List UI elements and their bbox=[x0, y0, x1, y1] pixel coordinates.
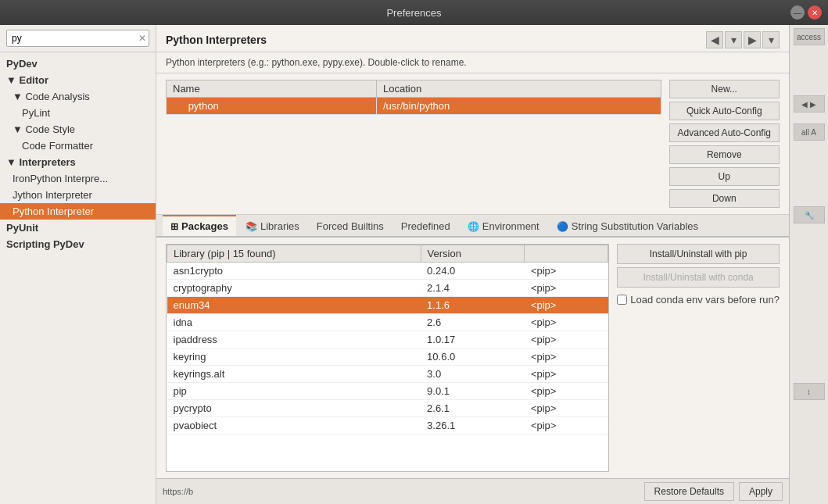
pkg-name: asn1crypto bbox=[167, 263, 421, 280]
table-row[interactable]: pycrypto 2.6.1 <pip> bbox=[167, 400, 608, 417]
conda-checkbox[interactable] bbox=[617, 295, 627, 305]
tab-string-substitution[interactable]: 🔵 String Substitution Variables bbox=[549, 215, 706, 236]
interp-col-location: Location bbox=[376, 80, 661, 98]
environment-icon: 🌐 bbox=[468, 221, 479, 232]
pkg-col-source bbox=[525, 245, 608, 263]
minimize-button[interactable]: — bbox=[790, 5, 805, 20]
pkg-version: 10.6.0 bbox=[421, 349, 525, 366]
overlay-btn-2[interactable]: ◀ ▶ bbox=[794, 95, 825, 113]
tab-environment[interactable]: 🌐 Environment bbox=[460, 215, 547, 236]
search-wrap: ✕ bbox=[6, 30, 149, 47]
search-clear-icon[interactable]: ✕ bbox=[138, 33, 146, 44]
sidebar-item-code-analysis[interactable]: ▼ Code Analysis bbox=[0, 88, 156, 105]
tab-predefined[interactable]: Predefined bbox=[393, 215, 458, 236]
pkg-source: <pip> bbox=[525, 297, 608, 314]
pkg-name: cryptography bbox=[167, 280, 421, 297]
sidebar-item-code-formatter[interactable]: Code Formatter bbox=[0, 138, 156, 154]
install-conda-button[interactable]: Install/Uninstall with conda bbox=[617, 267, 780, 288]
sidebar-item-jython[interactable]: Jython Interpreter bbox=[0, 187, 156, 203]
table-row[interactable]: idna 2.6 <pip> bbox=[167, 314, 608, 331]
pkg-col-name: Library (pip | 15 found) bbox=[167, 245, 421, 263]
sidebar-item-scripting[interactable]: Scripting PyDev bbox=[0, 236, 156, 252]
python-icon bbox=[173, 102, 182, 112]
pkg-name: pvaobiect bbox=[167, 417, 421, 434]
sidebar-item-ironpython[interactable]: IronPython Interpre... bbox=[0, 170, 156, 187]
forward-button[interactable]: ▶ bbox=[744, 31, 761, 48]
pkg-buttons: Install/Uninstall with pip Install/Unins… bbox=[617, 244, 780, 472]
sidebar-item-editor[interactable]: ▼ Editor bbox=[0, 72, 156, 88]
forward-dropdown-button[interactable]: ▾ bbox=[762, 31, 780, 48]
pkg-col-version: Version bbox=[421, 245, 525, 263]
tabs-bar: ⊞ Packages 📚 Libraries Forced Builtins P… bbox=[156, 215, 789, 238]
titlebar: Preferences — ✕ bbox=[0, 0, 828, 25]
interp-buttons: New... Quick Auto-Config Advanced Auto-C… bbox=[669, 80, 780, 208]
table-row[interactable]: pvaobiect 3.26.1 <pip> bbox=[167, 417, 608, 434]
sidebar-item-interpreters[interactable]: ▼ Interpreters bbox=[0, 154, 156, 170]
bottom-bar: https://b Restore Defaults Apply bbox=[156, 478, 789, 504]
tab-environment-label: Environment bbox=[482, 220, 539, 232]
pkg-table: Library (pip | 15 found) Version asn1cry… bbox=[167, 245, 608, 434]
interp-table-wrap: Name Location python /usr/bin/python bbox=[166, 80, 661, 208]
interp-col-name: Name bbox=[167, 80, 377, 98]
overlay-btn-3[interactable]: all A bbox=[794, 123, 825, 141]
table-row[interactable]: ipaddress 1.0.17 <pip> bbox=[167, 331, 608, 349]
up-button[interactable]: Up bbox=[669, 167, 780, 186]
pkg-name: pycrypto bbox=[167, 400, 421, 417]
pkg-name: enum34 bbox=[167, 297, 421, 314]
new-button[interactable]: New... bbox=[669, 80, 780, 98]
tab-packages-label: Packages bbox=[181, 220, 228, 232]
remove-button[interactable]: Remove bbox=[669, 145, 780, 164]
sidebar-item-pyunit[interactable]: PyUnit bbox=[0, 220, 156, 236]
table-row[interactable]: enum34 1.1.6 <pip> bbox=[167, 297, 608, 314]
quick-auto-config-button[interactable]: Quick Auto-Config bbox=[669, 102, 780, 120]
pkg-source: <pip> bbox=[525, 280, 608, 297]
bottom-url: https://b bbox=[163, 487, 640, 496]
conda-checkbox-label[interactable]: Load conda env vars before run? bbox=[617, 294, 780, 306]
pkg-version: 2.6 bbox=[421, 314, 525, 331]
apply-button[interactable]: Apply bbox=[739, 482, 783, 501]
pkg-source: <pip> bbox=[525, 263, 608, 280]
install-pip-button[interactable]: Install/Uninstall with pip bbox=[617, 244, 780, 264]
close-button[interactable]: ✕ bbox=[808, 5, 822, 20]
packages-icon: ⊞ bbox=[170, 221, 178, 232]
overlay-btn-4[interactable]: 🔧 bbox=[794, 206, 825, 223]
back-dropdown-button[interactable]: ▾ bbox=[725, 31, 742, 48]
overlay-btn-1[interactable]: access bbox=[794, 28, 825, 45]
tab-forced-builtins[interactable]: Forced Builtins bbox=[309, 215, 392, 236]
down-button[interactable]: Down bbox=[669, 189, 780, 208]
interp-location-cell: /usr/bin/python bbox=[376, 98, 661, 115]
table-row[interactable]: asn1crypto 0.24.0 <pip> bbox=[167, 263, 608, 280]
pkg-version: 9.0.1 bbox=[421, 383, 525, 400]
restore-defaults-button[interactable]: Restore Defaults bbox=[644, 482, 734, 501]
advanced-auto-config-button[interactable]: Advanced Auto-Config bbox=[669, 123, 780, 142]
table-row[interactable]: cryptography 2.1.4 <pip> bbox=[167, 280, 608, 297]
tab-packages[interactable]: ⊞ Packages bbox=[163, 215, 236, 236]
back-button[interactable]: ◀ bbox=[706, 31, 723, 48]
table-row[interactable]: pip 9.0.1 <pip> bbox=[167, 383, 608, 400]
pkg-version: 3.26.1 bbox=[421, 417, 525, 434]
table-row[interactable]: python /usr/bin/python bbox=[167, 98, 661, 115]
table-row[interactable]: keyring 10.6.0 <pip> bbox=[167, 349, 608, 366]
search-input[interactable] bbox=[6, 30, 149, 47]
sidebar-item-code-style[interactable]: ▼ Code Style bbox=[0, 121, 156, 138]
tab-libraries[interactable]: 📚 Libraries bbox=[238, 215, 307, 236]
pkg-name: pip bbox=[167, 383, 421, 400]
interp-table: Name Location python /usr/bin/python bbox=[166, 80, 661, 115]
conda-checkbox-text: Load conda env vars before run? bbox=[630, 294, 780, 306]
packages-section: Library (pip | 15 found) Version asn1cry… bbox=[156, 238, 789, 478]
table-row[interactable]: keyrings.alt 3.0 <pip> bbox=[167, 366, 608, 383]
sidebar-item-pylint[interactable]: PyLint bbox=[0, 105, 156, 121]
sidebar-item-python[interactable]: Python Interpreter bbox=[0, 203, 156, 220]
pkg-name: keyrings.alt bbox=[167, 366, 421, 383]
libraries-icon: 📚 bbox=[246, 221, 257, 232]
overlay-btn-5[interactable]: ↕ bbox=[794, 383, 825, 400]
sidebar-item-pydev[interactable]: PyDev bbox=[0, 55, 156, 72]
pkg-version: 0.24.0 bbox=[421, 263, 525, 280]
interp-name-cell: python bbox=[167, 98, 377, 115]
pkg-table-wrap: Library (pip | 15 found) Version asn1cry… bbox=[166, 244, 609, 472]
interp-name: python bbox=[188, 100, 219, 112]
tab-forced-builtins-label: Forced Builtins bbox=[317, 220, 384, 232]
pkg-version: 3.0 bbox=[421, 366, 525, 383]
sidebar: ✕ PyDev ▼ Editor ▼ Code Analysis PyLint … bbox=[0, 25, 156, 504]
panel-description: Python interpreters (e.g.: python.exe, p… bbox=[156, 52, 789, 73]
